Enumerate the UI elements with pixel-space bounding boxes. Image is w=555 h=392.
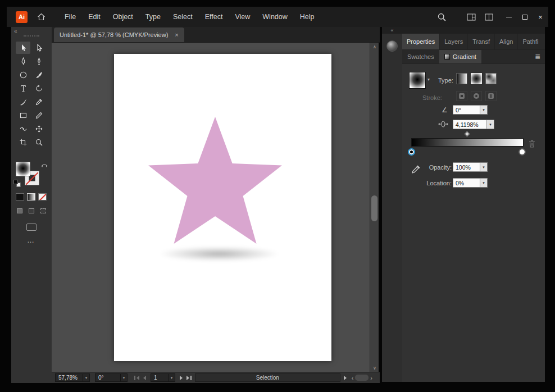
- document-tab[interactable]: Untitled-1* @ 57,78 % (CMYK/Preview) ×: [54, 28, 184, 42]
- star-polygon[interactable]: [148, 117, 282, 244]
- radial-gradient-button[interactable]: [471, 73, 482, 84]
- close-button[interactable]: ×: [533, 10, 548, 24]
- minimize-button[interactable]: [501, 10, 517, 24]
- tab-pathfinder[interactable]: Pathfi: [518, 34, 543, 49]
- default-fill-stroke-icon[interactable]: [13, 180, 21, 187]
- draw-behind-button[interactable]: [26, 207, 36, 215]
- menu-file[interactable]: File: [58, 10, 82, 24]
- tab-swatches[interactable]: Swatches: [402, 50, 439, 63]
- free-transform-tool[interactable]: [31, 122, 46, 135]
- stroke-across-button[interactable]: [485, 91, 497, 101]
- linear-gradient-button[interactable]: [456, 73, 467, 84]
- expand-dock-button[interactable]: «: [382, 27, 402, 34]
- tab-properties[interactable]: Properties: [402, 34, 440, 49]
- angle-chevron-icon[interactable]: ▾: [480, 106, 487, 114]
- pen-tool[interactable]: [16, 55, 30, 67]
- home-button[interactable]: [37, 12, 46, 21]
- horizontal-scrollbar[interactable]: [355, 375, 369, 381]
- gradient-stop-end[interactable]: [518, 148, 526, 156]
- zoom-level-field[interactable]: 57,78% ▾: [55, 373, 90, 382]
- menu-object[interactable]: Object: [107, 10, 139, 24]
- location-chevron-icon[interactable]: ▾: [480, 179, 487, 187]
- stroke-along-button[interactable]: [471, 91, 482, 101]
- swap-fill-stroke-icon[interactable]: [40, 161, 48, 171]
- gradient-preview-swatch[interactable]: [409, 72, 426, 89]
- menu-effect[interactable]: Effect: [199, 10, 229, 24]
- gradient-preview-chevron-icon[interactable]: ▾: [427, 77, 430, 82]
- artboard-number-field[interactable]: 1 ▾: [151, 373, 175, 382]
- first-artboard-button[interactable]: [134, 376, 139, 380]
- none-fill-button[interactable]: [38, 193, 47, 200]
- vertical-scrollbar[interactable]: ∧ ∨: [370, 43, 379, 372]
- scroll-right-icon[interactable]: ›: [369, 375, 374, 381]
- gradient-midpoint-handle[interactable]: [465, 131, 470, 137]
- draw-normal-button[interactable]: [15, 207, 24, 215]
- panel-menu-icon[interactable]: ≣: [530, 50, 545, 63]
- delete-stop-icon[interactable]: [528, 139, 536, 151]
- tab-close-icon[interactable]: ×: [175, 31, 178, 38]
- rotation-field[interactable]: 0° ▾: [95, 373, 128, 382]
- maximize-button[interactable]: [517, 10, 533, 24]
- edit-toolbar-button[interactable]: …: [27, 236, 35, 244]
- scroll-left-icon[interactable]: ‹: [350, 375, 356, 381]
- opacity-field[interactable]: 100% ▾: [453, 162, 488, 172]
- menu-edit[interactable]: Edit: [82, 10, 107, 24]
- opacity-chevron-icon[interactable]: ▾: [480, 163, 487, 171]
- rotation-chevron-icon[interactable]: ▾: [120, 374, 127, 381]
- rectangle-tool[interactable]: [16, 109, 30, 121]
- search-icon[interactable]: [437, 12, 447, 22]
- menu-view[interactable]: View: [229, 10, 256, 24]
- tab-gradient[interactable]: Gradient: [439, 50, 481, 63]
- pencil-tool[interactable]: [31, 109, 46, 121]
- ellipse-tool[interactable]: [16, 69, 30, 81]
- gradient-fill-button[interactable]: [27, 193, 35, 200]
- star-shape[interactable]: [145, 117, 285, 257]
- zoom-tool[interactable]: [31, 136, 46, 148]
- gradient-slider[interactable]: [411, 138, 524, 147]
- arrange-documents-icon[interactable]: [485, 13, 493, 21]
- location-field[interactable]: 0% ▾: [453, 178, 488, 188]
- eyedropper-tool[interactable]: [31, 95, 46, 108]
- artboard-tool[interactable]: [16, 136, 30, 148]
- menu-select[interactable]: Select: [167, 10, 199, 24]
- aspect-ratio-field[interactable]: 4,1198% ▾: [453, 120, 494, 129]
- gradient-stop-start[interactable]: [408, 148, 415, 156]
- collapse-tools-icon[interactable]: «: [14, 28, 17, 34]
- aspect-chevron-icon[interactable]: ▾: [486, 120, 494, 129]
- artboard-chevron-icon[interactable]: ▾: [168, 374, 175, 381]
- menu-type[interactable]: Type: [139, 10, 167, 24]
- menu-help[interactable]: Help: [294, 10, 321, 24]
- tools-panel-grip[interactable]: [24, 35, 39, 37]
- tab-align[interactable]: Align: [495, 34, 518, 49]
- paintbrush-tool[interactable]: [31, 69, 46, 81]
- screen-mode-button[interactable]: [26, 224, 37, 231]
- fill-swatch[interactable]: [16, 162, 30, 176]
- tab-layers[interactable]: Layers: [440, 34, 468, 49]
- last-artboard-button[interactable]: [186, 376, 192, 380]
- scroll-up-icon[interactable]: ∧: [370, 43, 379, 51]
- vertical-scrollbar-thumb[interactable]: [371, 195, 377, 221]
- width-tool[interactable]: [16, 122, 30, 135]
- gradient-angle-field[interactable]: 0° ▾: [453, 105, 488, 115]
- selection-tool[interactable]: [16, 42, 30, 54]
- previous-artboard-button[interactable]: [143, 376, 146, 380]
- menu-window[interactable]: Window: [256, 10, 293, 24]
- tab-transform[interactable]: Transf: [468, 34, 495, 49]
- freeform-gradient-button[interactable]: [485, 73, 497, 84]
- next-artboard-button[interactable]: [180, 376, 183, 380]
- canvas[interactable]: [52, 43, 370, 372]
- scroll-down-icon[interactable]: ∨: [370, 364, 379, 372]
- collapsed-panel-icon[interactable]: [386, 40, 398, 52]
- status-menu-arrow[interactable]: [344, 376, 347, 380]
- panel-grip[interactable]: [402, 27, 545, 34]
- draw-inside-button[interactable]: [38, 207, 48, 215]
- curvature-tool[interactable]: [31, 55, 46, 67]
- knife-tool[interactable]: [16, 95, 30, 108]
- color-fill-button[interactable]: [16, 193, 24, 200]
- type-tool[interactable]: [16, 82, 30, 94]
- rotate-tool[interactable]: [31, 82, 46, 94]
- zoom-chevron-icon[interactable]: ▾: [83, 374, 89, 381]
- stroke-within-button[interactable]: [456, 91, 467, 101]
- direct-selection-tool[interactable]: [31, 42, 46, 54]
- artboard[interactable]: [114, 54, 331, 361]
